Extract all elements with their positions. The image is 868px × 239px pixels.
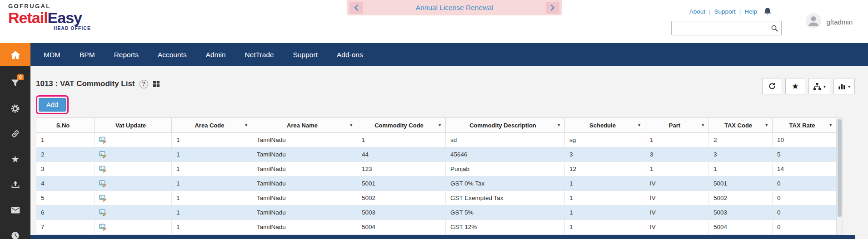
cell-area_name: TamilNadu [252, 133, 357, 147]
refresh-icon [768, 82, 776, 90]
cell-tax_code: 2 [709, 133, 773, 147]
settings-tool[interactable] [0, 96, 30, 121]
column-header-tax_code[interactable]: TAX Code▼ [709, 118, 773, 133]
search-input[interactable] [672, 24, 768, 32]
support-link[interactable]: Support [714, 8, 735, 15]
help-link[interactable]: Help [744, 8, 757, 15]
logo-brand-text: GOFRUGAL [8, 3, 91, 10]
table-row[interactable]: 7 1TamilNadu5004GST 12%1IV50040 [36, 220, 837, 234]
column-header-vat_update[interactable]: Vat Update [95, 118, 172, 133]
cell-commodity_description: 45646 [446, 147, 565, 162]
chart-view-button[interactable]: ▾ [833, 78, 855, 94]
cell-tax_rate: 0 [773, 205, 837, 220]
table-row[interactable]: 5 1TamilNadu5002GST Exempted Tax1IV50020 [36, 191, 837, 205]
cell-vat_update [95, 162, 172, 176]
column-header-tax_rate[interactable]: TAX Rate▼ [773, 118, 837, 133]
cell-area_code: 1 [172, 162, 252, 176]
vat-update-icon[interactable] [99, 151, 107, 158]
banner-prev-button[interactable] [349, 2, 363, 14]
table-row[interactable]: 4 1TamilNadu5001GST 0% Tax1IV50010 [36, 176, 837, 191]
column-header-commodity_description[interactable]: Commodity Description▼ [446, 118, 565, 133]
vat-update-icon[interactable] [99, 223, 107, 231]
help-icon[interactable]: ? [140, 80, 148, 88]
vat-commodity-table: S.NoVat UpdateArea Code▼Area Name▼Commod… [36, 117, 837, 234]
filter-caret-icon[interactable]: ▼ [244, 123, 248, 127]
cell-area_name: TamilNadu [252, 147, 357, 162]
links-tool[interactable] [0, 121, 30, 146]
nav-item-reports[interactable]: Reports [105, 43, 148, 66]
vat-update-icon[interactable] [99, 194, 107, 202]
cell-commodity_code: 5002 [357, 191, 446, 205]
cell-tax_code: 3 [709, 147, 773, 162]
nav-item-support[interactable]: Support [284, 43, 327, 66]
search-icon[interactable] [768, 24, 781, 32]
mail-tool[interactable] [0, 197, 30, 223]
cell-schedule: sg [565, 133, 645, 147]
column-header-schedule[interactable]: Schedule▼ [565, 118, 645, 133]
cell-sno: 6 [36, 205, 95, 220]
column-header-area_code[interactable]: Area Code▼ [172, 118, 252, 133]
filter-caret-icon[interactable]: ▼ [438, 123, 442, 127]
column-header-sno[interactable]: S.No [36, 118, 95, 133]
notification-bell-icon[interactable] [763, 7, 772, 16]
vat-update-icon[interactable] [99, 180, 107, 187]
refresh-button[interactable] [762, 78, 782, 94]
nav-item-mdm[interactable]: MDM [34, 43, 70, 66]
add-button[interactable]: Add [39, 98, 66, 112]
filter-caret-icon[interactable]: ▼ [557, 123, 561, 127]
column-label: Commodity Code [374, 122, 424, 129]
filter-caret-icon[interactable]: ▼ [638, 123, 641, 127]
column-label: Vat Update [115, 122, 146, 129]
username: gftadmin [826, 18, 853, 26]
table-row[interactable]: 3 1TamilNadu123Punjab121114 [36, 162, 837, 176]
filter-tool[interactable]: 0 [0, 70, 30, 96]
banner-text[interactable]: Annual License Renewal [347, 0, 562, 15]
chevron-down-icon: ▾ [823, 84, 826, 89]
vat-update-icon[interactable] [99, 136, 107, 144]
vat-update-icon[interactable] [99, 209, 107, 216]
cell-commodity_description: GST 5% [446, 205, 565, 220]
column-label: Area Name [287, 122, 318, 129]
app-logo[interactable]: GOFRUGAL RetailEasy HEAD OFFICE [8, 3, 91, 31]
about-link[interactable]: About [689, 8, 705, 15]
table-header-row: S.NoVat UpdateArea Code▼Area Name▼Commod… [36, 118, 837, 133]
cell-vat_update [95, 205, 172, 220]
cell-tax_rate: 0 [773, 176, 837, 191]
history-tool[interactable] [0, 223, 30, 239]
table-row[interactable]: 6 1TamilNadu5003GST 5%1IV50030 [36, 205, 837, 220]
nav-item-addons[interactable]: Add-ons [327, 43, 373, 66]
table-row[interactable]: 2 1TamilNadu44456463335 [36, 147, 837, 162]
nav-item-admin[interactable]: Admin [196, 43, 235, 66]
table-scrollbar[interactable] [836, 117, 843, 234]
home-button[interactable] [0, 43, 30, 66]
nav-item-accounts[interactable]: Accounts [148, 43, 196, 66]
grid-icon[interactable] [153, 80, 160, 88]
filter-caret-icon[interactable]: ▼ [829, 123, 833, 127]
banner-next-button[interactable] [546, 2, 559, 14]
nav-item-nettrade[interactable]: NetTrade [235, 43, 284, 66]
hierarchy-view-button[interactable]: ▾ [808, 78, 830, 94]
filter-caret-icon[interactable]: ▼ [701, 123, 705, 127]
cell-schedule: 1 [565, 220, 645, 234]
share-icon [11, 180, 20, 189]
table-row[interactable]: 1 1TamilNadu1sdsg1210 [36, 133, 837, 147]
column-label: Part [669, 122, 680, 129]
column-header-commodity_code[interactable]: Commodity Code▼ [357, 118, 446, 133]
vat-update-icon[interactable] [99, 165, 107, 173]
nav-item-bpm[interactable]: BPM [70, 43, 105, 66]
filter-caret-icon[interactable]: ▼ [765, 123, 768, 127]
favorite-button[interactable]: ★ [785, 78, 805, 94]
cell-schedule: 1 [565, 191, 645, 205]
cell-area_code: 1 [172, 191, 252, 205]
title-row: 1013 : VAT Commodity List ? [36, 78, 868, 90]
cell-tax_code: 5002 [709, 191, 773, 205]
logo-product-text: RetailEasy [8, 10, 91, 26]
column-header-part[interactable]: Part▼ [645, 118, 709, 133]
share-tool[interactable] [0, 172, 30, 197]
filter-caret-icon[interactable]: ▼ [349, 123, 353, 127]
column-header-area_name[interactable]: Area Name▼ [252, 118, 357, 133]
user-menu[interactable]: gftadmin [805, 13, 853, 31]
favorites-tool[interactable]: ★ [0, 146, 30, 172]
avatar-icon[interactable] [805, 13, 822, 31]
scrollbar-thumb[interactable] [838, 119, 842, 217]
